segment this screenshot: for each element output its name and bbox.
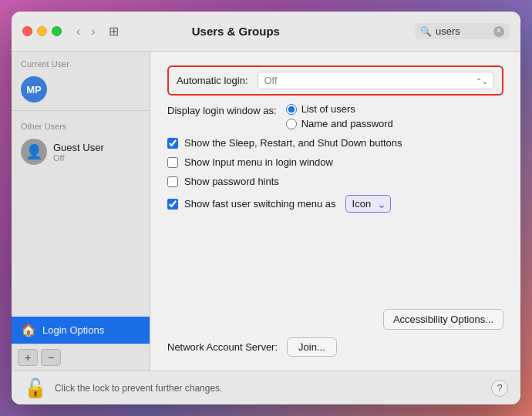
- search-input[interactable]: [436, 25, 490, 37]
- checkbox-password-hints-input[interactable]: [167, 176, 178, 187]
- help-button[interactable]: ?: [491, 380, 508, 397]
- titlebar: ‹ › ⊞ Users & Groups 🔍 ✕: [12, 12, 520, 52]
- current-user-avatar: MP: [21, 76, 47, 102]
- minimize-button[interactable]: [37, 26, 47, 36]
- login-options-button[interactable]: 🏠 Login Options: [12, 317, 150, 344]
- fast-switch-select[interactable]: Icon: [345, 195, 391, 213]
- auto-login-label: Automatic login:: [177, 75, 248, 86]
- current-user-label: Current User: [12, 52, 150, 72]
- search-clear-button[interactable]: ✕: [493, 26, 504, 37]
- sidebar: Current User MP Other Users 👤 Guest User…: [12, 52, 150, 371]
- auto-login-select-wrapper: Off ⌃⌄: [258, 72, 495, 89]
- guest-user-status: Off: [53, 153, 104, 163]
- house-icon: 🏠: [21, 323, 36, 337]
- checkbox-fast-switch-label: Show fast user switching menu as: [184, 198, 336, 210]
- checkbox-sleep-restart[interactable]: Show the Sleep, Restart, and Shut Down b…: [167, 137, 503, 149]
- fullscreen-button[interactable]: [52, 26, 62, 36]
- network-account-label: Network Account Server:: [167, 341, 278, 353]
- display-login-row: Display login window as: List of users N…: [167, 103, 503, 129]
- main-content: Current User MP Other Users 👤 Guest User…: [12, 52, 520, 371]
- fast-switch-select-wrapper: Icon ⌄: [345, 195, 391, 213]
- bottom-bar: 🔓 Click the lock to prevent further chan…: [12, 371, 520, 404]
- checkbox-sleep-input[interactable]: [167, 138, 178, 149]
- accessibility-row: Accessibility Options...: [167, 309, 503, 330]
- window: ‹ › ⊞ Users & Groups 🔍 ✕ Current User MP…: [12, 12, 520, 404]
- accessibility-button[interactable]: Accessibility Options...: [383, 309, 503, 330]
- lock-icon: 🔓: [24, 377, 47, 399]
- automatic-login-row: Automatic login: Off ⌃⌄: [167, 65, 503, 96]
- guest-user-item[interactable]: 👤 Guest User Off: [12, 134, 150, 169]
- current-user-item[interactable]: MP: [12, 72, 150, 107]
- traffic-lights: [22, 26, 62, 36]
- login-options-label: Login Options: [42, 324, 104, 336]
- radio-list-label: List of users: [301, 103, 355, 115]
- sidebar-toolbar: + −: [12, 344, 150, 371]
- remove-user-button[interactable]: −: [41, 349, 61, 366]
- search-bar: 🔍 ✕: [415, 23, 510, 39]
- display-login-radio-group: List of users Name and password: [286, 103, 393, 129]
- right-panel: Automatic login: Off ⌃⌄ Display login wi…: [150, 52, 520, 371]
- other-users-label: Other Users: [12, 114, 150, 134]
- checkbox-fast-switch-input[interactable]: [167, 199, 178, 210]
- radio-list-of-users[interactable]: List of users: [286, 103, 393, 115]
- radio-list-input[interactable]: [286, 104, 297, 115]
- checkbox-password-hints[interactable]: Show password hints: [167, 176, 503, 187]
- checkbox-sleep-label: Show the Sleep, Restart, and Shut Down b…: [184, 137, 402, 149]
- add-user-button[interactable]: +: [18, 349, 38, 366]
- lock-icon-wrapper[interactable]: 🔓: [24, 377, 47, 400]
- sidebar-spacer: [12, 169, 150, 317]
- panel-spacer: [167, 220, 503, 298]
- radio-name-password[interactable]: Name and password: [286, 118, 393, 129]
- close-button[interactable]: [22, 26, 32, 36]
- window-title: Users & Groups: [65, 25, 407, 38]
- radio-name-input[interactable]: [286, 119, 297, 129]
- auto-login-select[interactable]: Off: [258, 72, 495, 89]
- checkbox-input-menu-label: Show Input menu in login window: [184, 156, 333, 168]
- guest-user-info: Guest User Off: [53, 142, 104, 163]
- checkbox-input-menu-input[interactable]: [167, 157, 178, 168]
- search-icon: 🔍: [420, 26, 432, 37]
- checkbox-password-hints-label: Show password hints: [184, 176, 279, 187]
- network-account-row: Network Account Server: Join...: [167, 337, 503, 357]
- sidebar-divider: [12, 110, 150, 111]
- guest-user-name: Guest User: [53, 142, 104, 153]
- guest-user-avatar: 👤: [21, 139, 47, 165]
- fast-switch-row: Show fast user switching menu as Icon ⌄: [167, 195, 503, 213]
- join-button[interactable]: Join...: [287, 337, 337, 357]
- lock-text: Click the lock to prevent further change…: [55, 383, 483, 394]
- radio-name-label: Name and password: [301, 118, 393, 129]
- display-login-label: Display login window as:: [167, 103, 277, 116]
- checkbox-input-menu[interactable]: Show Input menu in login window: [167, 156, 503, 168]
